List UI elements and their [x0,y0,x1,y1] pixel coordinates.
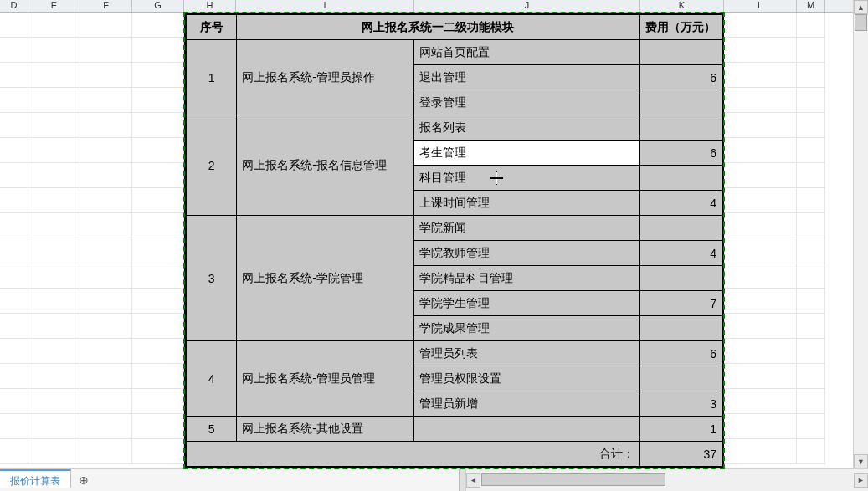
horizontal-scrollbar[interactable]: ◄ ► [465,469,868,491]
cell-item[interactable]: 学院精品科目管理 [414,266,639,291]
cell-cost[interactable] [639,216,722,241]
header-seq: 序号 [187,15,237,40]
scroll-down-button[interactable]: ▼ [854,454,868,468]
cell-cost[interactable]: 1 [639,417,722,442]
sheet-tab-active[interactable]: 报价计算表 [0,469,71,488]
cell-item[interactable]: 报名列表 [414,115,639,141]
cell-group-name[interactable]: 网上报名系统-报名信息管理 [237,115,414,216]
cell-cost[interactable] [639,166,722,191]
add-sheet-button[interactable]: ⊕ [71,469,96,491]
cell-cost[interactable]: 4 [639,241,722,266]
header-cost: 费用（万元） [639,15,722,40]
cell-cost[interactable] [639,366,722,391]
cell-cost[interactable] [639,266,722,291]
table-row[interactable]: 4 网上报名系统-管理员管理 管理员列表 6 [187,341,722,366]
cell-item[interactable]: 管理员新增 [414,391,639,417]
cell-item[interactable]: 学院教师管理 [414,241,639,266]
cell-seq[interactable]: 2 [187,115,237,216]
scroll-right-button[interactable]: ► [854,473,868,488]
col-header-I[interactable]: I [236,0,414,12]
tab-split-handle[interactable] [459,469,465,491]
cell-cost[interactable] [639,40,722,65]
col-header-D[interactable]: D [0,0,28,12]
cell-item[interactable]: 管理员列表 [414,341,639,366]
table-row[interactable]: 2 网上报名系统-报名信息管理 报名列表 [187,115,722,141]
cell-item[interactable]: 网站首页配置 [414,40,639,65]
cell-total-value[interactable]: 37 [639,442,722,467]
scroll-up-button[interactable]: ▲ [854,0,868,14]
cell-item[interactable]: 学院学生管理 [414,291,639,316]
cell-cost[interactable]: 6 [639,141,722,166]
horizontal-scroll-track[interactable] [481,473,853,488]
col-header-G[interactable]: G [132,0,184,12]
cell-item[interactable]: 管理员权限设置 [414,366,639,391]
cell-group-name[interactable]: 网上报名系统-管理员操作 [237,40,414,115]
cell-group-name[interactable]: 网上报名系统-管理员管理 [237,341,414,417]
cell-group-name[interactable]: 网上报名系统-学院管理 [237,216,414,341]
table-row[interactable]: 3 网上报名系统-学院管理 学院新闻 [187,216,722,241]
cell-item[interactable] [414,417,639,442]
cell-item[interactable]: 登录管理 [414,90,639,115]
cell-cost[interactable] [639,90,722,115]
cell-seq[interactable]: 1 [187,40,237,115]
col-header-M[interactable]: M [797,0,825,12]
cell-item[interactable]: 学院新闻 [414,216,639,241]
col-header-E[interactable]: E [28,0,80,12]
col-header-F[interactable]: F [80,0,132,12]
data-table[interactable]: 序号 网上报名系统一二级功能模块 费用（万元） 1 网上报名系统-管理员操作 网… [184,13,724,468]
plus-icon: ⊕ [79,473,89,487]
vertical-scroll-thumb[interactable] [855,14,867,31]
cell-seq[interactable]: 3 [187,216,237,341]
cell-item[interactable]: 上课时间管理 [414,191,639,216]
horizontal-scroll-thumb[interactable] [481,473,665,486]
cell-cost[interactable]: 4 [639,191,722,216]
cell-item[interactable]: 学院成果管理 [414,316,639,341]
header-modules: 网上报名系统一二级功能模块 [237,15,639,40]
table-row[interactable]: 1 网上报名系统-管理员操作 网站首页配置 [187,40,722,65]
col-header-H[interactable]: H [184,0,236,12]
cell-total-label[interactable]: 合计： [187,442,640,467]
cell-cost[interactable]: 3 [639,391,722,417]
vertical-scrollbar[interactable]: ▲ ▼ [853,0,868,468]
cell-seq[interactable]: 4 [187,341,237,417]
table-row[interactable]: 5 网上报名系统-其他设置 1 [187,417,722,442]
cell-cost[interactable]: 7 [639,291,722,316]
active-cell[interactable]: 考生管理 [414,141,639,166]
col-header-K[interactable]: K [640,0,724,12]
cell-cost[interactable] [639,316,722,341]
table-total-row[interactable]: 合计： 37 [187,442,722,467]
sheet-tab-bar[interactable]: 报价计算表 ⊕ ◄ ► [0,468,868,491]
cell-item[interactable]: 科目管理 [414,166,639,191]
cell-group-name[interactable]: 网上报名系统-其他设置 [237,417,414,442]
col-header-L[interactable]: L [724,0,797,12]
spreadsheet-grid[interactable]: D E F G H I J K L M // placeholder; actu… [0,0,854,469]
cell-cost[interactable] [639,115,722,141]
col-header-J[interactable]: J [414,0,640,12]
cell-cost[interactable]: 6 [639,341,722,366]
table-header-row: 序号 网上报名系统一二级功能模块 费用（万元） [187,15,722,40]
scroll-left-button[interactable]: ◄ [466,473,480,488]
cell-cost[interactable]: 6 [639,65,722,90]
cell-item[interactable]: 退出管理 [414,65,639,90]
cell-seq[interactable]: 5 [187,417,237,442]
column-headers[interactable]: D E F G H I J K L M [0,0,854,13]
